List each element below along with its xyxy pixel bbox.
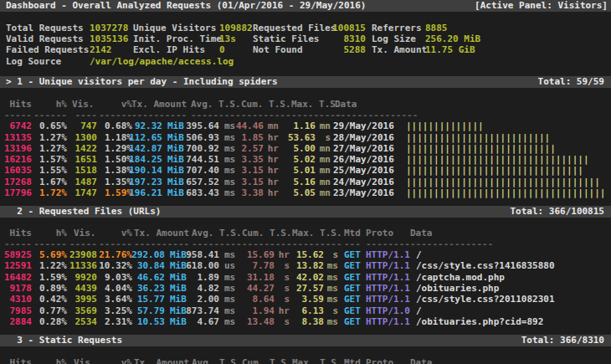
cell-max: 1.16 (294, 120, 316, 131)
summary-value: 0 (219, 44, 225, 55)
cell-data: 24/May/2016 (333, 177, 394, 187)
cell-max: 6.13 (302, 305, 325, 316)
cell-avg-unit: ms (224, 120, 235, 131)
summary-label: Log Size (372, 33, 416, 44)
cell-tx-unit: MiB (170, 305, 187, 316)
cell-cum: 3.15 (242, 165, 264, 176)
cell-hpct: 1.27% (39, 132, 67, 143)
cell-cum: 13.48 (247, 316, 275, 327)
cell-hpct: 1.67% (39, 177, 67, 187)
cell-avg: 1.89 (198, 272, 220, 283)
panel-header-3[interactable]: 3 - Static RequestsTotal: 366/8310 (0, 335, 611, 346)
cell-data: /captcha.mod.php (416, 272, 505, 283)
cell-tx: 190.14 (129, 165, 162, 176)
cell-max-unit: mn (320, 154, 331, 165)
cell-data: / (416, 249, 422, 260)
cell-cum-unit: s (284, 294, 290, 305)
summary-label: Excl. IP Hits (133, 44, 205, 55)
cell-max-unit: ms (327, 294, 338, 305)
request-row[interactable]: 28840.28%25342.31%10.53MiB4.67ms13.48s8.… (0, 316, 611, 327)
cell-cum-unit: hr (268, 143, 279, 154)
cell-max: 3.59 (302, 294, 325, 305)
cell-proto: HTTP/1.1 (366, 260, 410, 271)
cell-max: 27.57 (296, 283, 324, 294)
cell-hits: 58925 (4, 249, 32, 260)
cell-hpct: 1.27% (39, 143, 67, 154)
cell-max: 5.00 (294, 143, 316, 154)
cell-cum-unit: hr (268, 132, 279, 143)
request-row[interactable]: 43100.42%39953.64%15.77MiB2.00ms8.64s3.5… (0, 294, 611, 305)
summary-label: Tx. Amount (372, 44, 427, 55)
cell-max: 53.63 (288, 132, 316, 143)
cell-hits: 17268 (4, 177, 32, 187)
cell-avg: 873.74 (186, 305, 219, 316)
cell-tx-unit: MiB (167, 143, 184, 154)
request-row[interactable]: 589255.69%2390821.76%292.08MiB958.41ms15… (0, 249, 611, 260)
summary-row: Failed Requests2142Excl. IP Hits0Not Fou… (0, 44, 611, 55)
visitor-row[interactable]: 131351.27%13001.18%112.65MiB506.93ms1.85… (0, 132, 611, 143)
request-row[interactable]: 79850.77%35693.25%57.79MiB873.74ms1.94hr… (0, 305, 611, 316)
cell-tx-unit: MiB (170, 316, 187, 327)
cell-avg: 700.92 (186, 143, 219, 154)
column-header: Data (410, 357, 433, 364)
column-header: Tx. Amount (134, 228, 189, 238)
panel-total: Total: 366/100815 (510, 206, 604, 218)
cell-hpct: 0.89% (39, 283, 67, 294)
panel-header-1[interactable]: > 1 - Unique visitors per day - Includin… (0, 76, 611, 88)
dash-group: --------------- (410, 238, 493, 249)
cell-mtd: GET (344, 272, 361, 283)
cell-max-unit: s (332, 305, 338, 316)
cell-tx-unit: MiB (167, 120, 184, 131)
cell-max: 42.02 (296, 272, 324, 283)
cell-data: 27/May/2016 (333, 143, 394, 154)
cell-tx-unit: MiB (170, 294, 187, 305)
visitor-row[interactable]: 160351.55%15181.38%190.14MiB707.40ms3.15… (0, 165, 611, 176)
dash-group: ------ (33, 238, 67, 249)
cell-mtd: GET (344, 260, 361, 271)
summary-label: Unique Visitors (133, 23, 216, 33)
visitor-row[interactable]: 177961.72%17471.59%196.21MiB683.43ms3.38… (0, 187, 611, 198)
visitor-row[interactable]: 131961.27%14221.29%142.87MiB700.92ms2.57… (0, 143, 611, 154)
column-header: Max. T.S. (292, 228, 342, 238)
cell-hits: 6742 (10, 120, 33, 131)
cell-vpct: 0.68% (105, 120, 132, 131)
cell-vis: 3995 (75, 294, 98, 305)
cell-tx: 92.32 (135, 120, 162, 131)
column-header: Proto (366, 228, 393, 238)
dash-group: --- (344, 238, 361, 249)
request-row[interactable]: 91780.89%44394.04%36.23MiB4.82ms44.27s27… (0, 283, 611, 294)
cell-vis: 747 (80, 120, 97, 131)
column-header: h% (56, 357, 67, 364)
cell-vpct: 21.76% (99, 249, 132, 260)
column-header: Tx. Amount (131, 99, 187, 110)
cell-max: 5.16 (294, 177, 316, 187)
cell-max-unit: mn (320, 187, 331, 198)
cell-avg-unit: ms (224, 187, 235, 198)
visitor-row[interactable]: 172681.67%14871.35%197.23MiB657.52ms3.15… (0, 177, 611, 187)
cell-cum: 44.46 (236, 120, 264, 131)
request-row[interactable]: 125911.22%1133610.32%30.84MiB618.00us7.7… (0, 260, 611, 271)
visitor-row[interactable]: 67420.65%7470.68%92.32MiB395.64ms44.46mn… (0, 120, 611, 131)
cell-max: 8.38 (302, 316, 325, 327)
cell-avg: 744.51 (186, 154, 219, 165)
cell-tx: 30.84 (137, 260, 165, 271)
request-row[interactable]: 164821.59%99209.03%46.62MiB1.89ms31.18s4… (0, 272, 611, 283)
panel-header-2[interactable]: 2 - Requested Files (URLs)Total: 366/100… (0, 206, 611, 218)
cell-avg: 395.64 (186, 120, 219, 131)
cell-vis: 1300 (75, 132, 98, 143)
cell-vpct: 2.31% (105, 316, 132, 327)
visitor-row[interactable]: 162161.57%16511.50%184.25MiB744.51ms3.35… (0, 154, 611, 165)
active-panel-indicator: [Active Panel: Visitors] (475, 0, 608, 12)
cell-data: 25/May/2016 (333, 165, 394, 176)
cell-avg: 707.40 (186, 165, 219, 176)
cell-cum: 7.78 (253, 260, 275, 271)
column-header: Data (335, 99, 357, 110)
dash-group: ---------- (134, 238, 189, 249)
dash-group: --------- (242, 238, 292, 249)
cell-hpct: 0.28% (39, 316, 67, 327)
cell-vis: 4439 (75, 283, 98, 294)
cell-max: 15.62 (296, 249, 324, 260)
summary-value: 8885 (425, 23, 448, 33)
cell-max: 13.82 (296, 260, 324, 271)
cell-cum-unit: s (284, 260, 290, 271)
